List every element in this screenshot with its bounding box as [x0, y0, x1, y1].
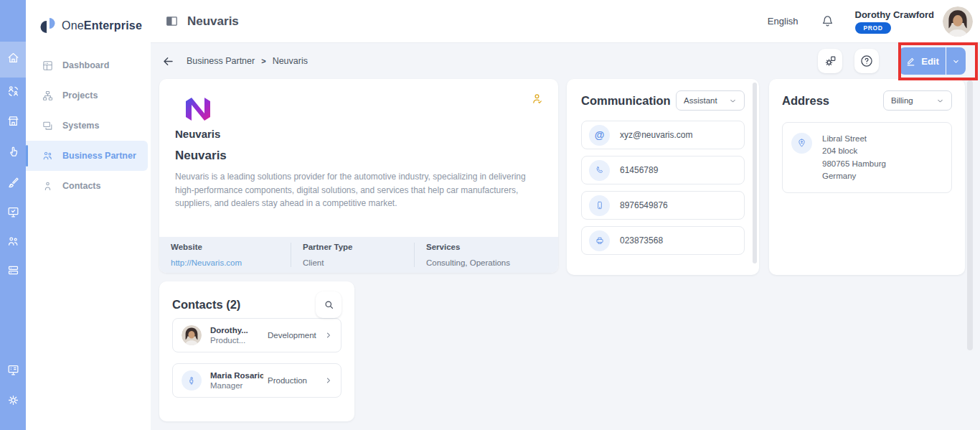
gear-icon[interactable]	[0, 387, 26, 413]
address-lines: Libral Street 204 block 980765 Hamburg G…	[822, 133, 886, 182]
fact-services: Services Consulting, Operations	[414, 243, 557, 267]
chevron-down-icon	[936, 97, 944, 105]
location-pin-icon	[791, 133, 812, 154]
contact-role: Manager	[210, 381, 263, 390]
edit-split-button: Edit	[899, 47, 966, 75]
breadcrumb-separator: >	[261, 57, 265, 65]
sidebar-item-systems[interactable]: Systems	[26, 111, 151, 141]
sidebar-item-projects[interactable]: Projects	[26, 80, 151, 111]
communication-title: Communication	[581, 94, 671, 108]
address-type-select[interactable]: Billing	[883, 90, 952, 111]
partner-logo-icon	[183, 93, 213, 125]
server-icon[interactable]	[0, 257, 26, 283]
projects-icon	[42, 90, 54, 102]
app-window: OneEnterprise Dashboard Projects Systems…	[0, 0, 980, 430]
partner-description: Neuvaris is a leading solutions provider…	[175, 170, 534, 210]
home-icon[interactable]	[0, 45, 26, 70]
communication-item-phone[interactable]: 61456789	[581, 156, 745, 184]
partner-logo-block: Neuvaris	[175, 93, 220, 140]
dashboard-icon	[42, 60, 54, 72]
notification-bell-icon[interactable]	[820, 14, 835, 29]
panel-toggle-icon[interactable]	[165, 14, 179, 28]
one-enterprise-logo-icon	[37, 15, 59, 37]
user-avatar[interactable]	[943, 6, 973, 37]
communication-card: Communication Assistant @ xyz@neuvaris.c…	[567, 79, 759, 275]
fact-value: Client	[303, 258, 402, 267]
business-partner-icon	[42, 150, 54, 162]
storefront-icon[interactable]	[0, 108, 26, 134]
contact-department: Production	[268, 376, 324, 385]
brand-name: OneEnterprise	[62, 19, 142, 32]
address-entry[interactable]: Libral Street 204 block 980765 Hamburg G…	[782, 122, 952, 193]
edit-dropdown-button[interactable]	[946, 47, 966, 75]
brand-logo[interactable]: OneEnterprise	[26, 0, 151, 42]
contact-name: Maria Rosario...	[210, 371, 263, 380]
hand-click-icon[interactable]	[0, 139, 26, 164]
chevron-right-icon	[324, 375, 334, 385]
user-menu[interactable]: Dorothy Crawford PROD	[855, 9, 935, 34]
monitor-check-icon[interactable]	[0, 199, 26, 225]
edit-button[interactable]: Edit	[899, 47, 946, 75]
sidebar-item-contacts[interactable]: Contacts	[26, 171, 151, 201]
communication-item-fax[interactable]: 023873568	[581, 226, 745, 255]
environment-badge: PROD	[855, 22, 892, 34]
sidebar-item-label: Projects	[62, 90, 98, 101]
fact-website: Website http://Neuvaris.com	[159, 243, 291, 267]
partner-logo-caption: Neuvaris	[175, 128, 220, 140]
communication-item-mobile[interactable]: 8976549876	[581, 191, 745, 220]
sidebar-item-label: Dashboard	[62, 60, 109, 70]
back-arrow-icon[interactable]	[161, 55, 175, 68]
address-line: 980765 Hamburg	[822, 158, 886, 170]
contact-person-icon[interactable]	[530, 92, 544, 108]
contact-row-dorothy[interactable]: Dorothy... Product... Development	[172, 318, 341, 352]
contacts-search-button[interactable]	[316, 291, 341, 318]
communication-list: @ xyz@neuvaris.com 61456789 8976549876	[581, 121, 745, 255]
paint-brush-icon[interactable]	[0, 169, 26, 195]
address-header: Address Billing	[782, 90, 952, 111]
breadcrumb-parent[interactable]: Business Partner	[187, 56, 255, 66]
email-at-icon: @	[589, 125, 610, 146]
people-icon[interactable]	[0, 228, 26, 254]
address-line: Libral Street	[822, 133, 886, 145]
partner-overview-card: Neuvaris Neuvaris Neuvaris is a leading …	[159, 79, 558, 273]
partner-facts-footer: Website http://Neuvaris.com Partner Type…	[159, 237, 558, 273]
customer-sync-icon[interactable]	[0, 78, 26, 103]
breadcrumb-toolbar: Business Partner > Neuvaris Edit	[151, 43, 980, 79]
contacts-header: Contacts (2)	[172, 291, 341, 318]
fact-label: Services	[426, 243, 546, 251]
fact-label: Website	[171, 243, 279, 251]
address-line: 204 block	[822, 145, 886, 157]
communication-value: xyz@neuvaris.com	[620, 130, 693, 140]
help-button[interactable]	[854, 49, 879, 73]
communication-value: 61456789	[620, 165, 658, 175]
communication-item-email[interactable]: @ xyz@neuvaris.com	[581, 121, 745, 149]
mobile-icon	[589, 195, 610, 216]
contact-name-role: Dorothy... Product...	[210, 326, 263, 345]
communication-header: Communication Assistant	[581, 90, 745, 111]
sidebar-item-business-partner[interactable]: Business Partner	[26, 141, 148, 171]
communication-scrollbar[interactable]	[753, 83, 757, 263]
toolbar-actions: Edit	[806, 47, 973, 75]
page-scrollbar[interactable]	[967, 80, 973, 350]
language-selector[interactable]: English	[768, 16, 798, 27]
gear-square-icon	[824, 55, 837, 68]
monitor-apps-icon[interactable]	[0, 357, 26, 383]
active-indicator-bar	[26, 145, 28, 167]
page-title: Neuvaris	[187, 14, 239, 29]
selected-option: Billing	[891, 96, 913, 105]
contacts-card: Contacts (2) Dorothy... Product... Devel…	[159, 281, 354, 421]
communication-filter-select[interactable]: Assistant	[676, 90, 745, 111]
fax-icon	[589, 230, 610, 251]
fact-value: Consulting, Operations	[426, 258, 546, 267]
sidebar-item-dashboard[interactable]: Dashboard	[26, 50, 151, 80]
contact-row-maria[interactable]: Maria Rosario... Manager Production	[172, 363, 341, 398]
sidebar-item-label: Business Partner	[62, 151, 136, 161]
partner-name: Neuvaris	[175, 149, 542, 163]
website-link[interactable]: http://Neuvaris.com	[171, 258, 279, 267]
contacts-title: Contacts (2)	[172, 298, 240, 312]
sidebar-item-label: Systems	[62, 121, 99, 131]
admin-settings-button[interactable]	[818, 49, 842, 73]
chevron-right-icon	[324, 330, 334, 340]
chevron-down-icon	[951, 57, 961, 66]
contact-name: Dorothy...	[210, 326, 263, 335]
